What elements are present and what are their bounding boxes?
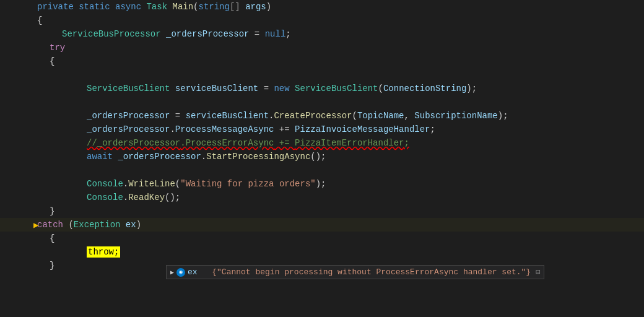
code-line-empty2 <box>0 95 644 109</box>
code-line-createprocessor: _ordersProcessor = serviceBusClient.Crea… <box>0 109 644 123</box>
string-waiting: "Waiting for pizza orders" <box>180 179 315 189</box>
code-line-startprocessing: await _ordersProcessor.StartProcessingAs… <box>0 150 644 163</box>
type-string: string <box>199 2 230 12</box>
tooltip-var-icon: ◉ <box>176 268 185 277</box>
debug-tooltip[interactable]: ▶ ◉ ex {"Cannot begin processing without… <box>166 265 544 279</box>
code-line-empty1 <box>0 68 644 82</box>
type-task: Task <box>146 2 167 12</box>
param-args: args <box>245 2 266 12</box>
code-line-try-brace: { <box>0 54 644 68</box>
tooltip-expand-arrow[interactable]: ▶ <box>170 269 174 276</box>
keyword-try: try <box>50 43 65 53</box>
code-line-throw: throw; <box>0 245 644 259</box>
comment-processerror: //_ordersProcessor.ProcessErrorAsync += … <box>87 138 409 148</box>
code-line-readkey: Console.ReadKey(); <box>0 191 644 204</box>
code-line: private static async Task Main(string[] … <box>0 0 644 14</box>
code-line-try: try <box>0 41 644 54</box>
code-line-catch: ▶ catch (Exception ex) <box>0 218 644 232</box>
method-writeline: WriteLine <box>128 179 175 189</box>
tooltip-close-button[interactable]: ⊟ <box>536 267 540 277</box>
keyword-new: new <box>274 84 289 93</box>
code-line-writeline: Console.WriteLine("Waiting for pizza ord… <box>0 177 644 191</box>
var-servicebusclient: serviceBusClient <box>175 84 258 93</box>
method-startprocessing: StartProcessingAsync <box>206 152 310 162</box>
var-ordersprocessor: _ordersProcessor <box>166 29 249 39</box>
var-sbclient: serviceBusClient <box>186 111 269 121</box>
tooltip-var-value: {"Cannot begin processing without Proces… <box>212 267 531 277</box>
tooltip-separator <box>200 267 210 277</box>
handler-invoice: PizzaInvoiceMessageHandler <box>295 124 430 134</box>
var-ordersprocessor2: _ordersProcessor <box>87 111 170 121</box>
code-line-try-close: } <box>0 204 644 218</box>
param-subscriptionname: SubscriptionName <box>414 111 497 121</box>
keyword-static: static <box>79 2 110 12</box>
type-exception: Exception <box>74 220 121 230</box>
type-servicebusclient2: ServiceBusClient <box>295 84 378 93</box>
code-line-commented: //_ordersProcessor.ProcessErrorAsync += … <box>0 136 644 150</box>
code-line-brace-open: { <box>0 14 644 27</box>
method-createprocessor: CreateProcessor <box>274 111 352 121</box>
keyword-private: private <box>37 2 74 12</box>
keyword-null: null <box>265 29 286 39</box>
param-topicname: TopicName <box>357 111 404 121</box>
debug-arrow-icon: ▶ <box>33 220 38 230</box>
keyword-catch: catch <box>37 220 63 230</box>
type-servicebusclient: ServiceBusClient <box>87 84 170 93</box>
code-editor: private static async Task Main(string[] … <box>0 0 644 317</box>
code-line-processmessage: _ordersProcessor.ProcessMessageAsync += … <box>0 123 644 136</box>
keyword-async: async <box>115 2 141 12</box>
type-console: Console <box>87 179 123 189</box>
code-line-catch-brace: { <box>0 232 644 245</box>
code-line-servicebusclient: ServiceBusClient serviceBusClient = new … <box>0 82 644 95</box>
keyword-await: await <box>87 152 113 162</box>
tooltip-var-name: ex <box>188 267 198 277</box>
var-ordersprocessor4: _ordersProcessor <box>118 152 201 162</box>
param-connectionstring: ConnectionString <box>383 84 466 93</box>
prop-processmessage: ProcessMessageAsync <box>175 124 274 134</box>
var-ordersprocessor3: _ordersProcessor <box>87 124 170 134</box>
type-console2: Console <box>87 193 123 202</box>
method-main: Main <box>172 2 193 12</box>
method-readkey: ReadKey <box>128 193 165 202</box>
code-line-empty3 <box>0 163 644 177</box>
keyword-throw-highlighted: throw; <box>87 246 120 258</box>
param-ex: ex <box>126 220 136 230</box>
type-servicebusprocessor: ServiceBusProcessor <box>62 29 161 39</box>
code-line-declaration: ServiceBusProcessor _ordersProcessor = n… <box>0 27 644 41</box>
